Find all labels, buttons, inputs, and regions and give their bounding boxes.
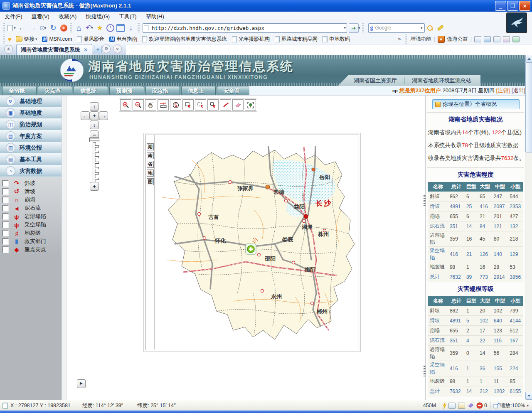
map-tab-char[interactable]: 地 [147,170,154,177]
tools-circle-button[interactable]: ⚙ [102,44,111,53]
taskbar-edge[interactable] [0,411,532,413]
go-dropdown[interactable]: ▾ [358,26,360,30]
map-tab-char[interactable]: 省 [147,161,154,168]
boost-lightning-icon[interactable] [442,402,447,409]
new-tab-plus-button[interactable]: + [94,46,102,53]
resize-page-icon[interactable] [493,403,500,408]
zoom-in-slider-button[interactable]: + [90,182,99,191]
sidebar-item-基础地质[interactable]: ▣基础地质 [0,107,62,119]
draw-redline-tool[interactable] [220,99,231,111]
sidebar-gutter[interactable] [62,96,66,400]
layer-checkbox[interactable] [2,188,9,195]
map-tab-char[interactable]: 南 [147,152,154,159]
nav-tab-信息上报[interactable]: 信息上报 [181,86,216,95]
menu-item[interactable]: 帮助(H) [141,13,169,20]
layer-checkbox[interactable] [2,205,9,211]
nav-tab-灾点查询[interactable]: 灾点查询 [38,86,72,95]
select-polygon-tool[interactable] [195,99,206,111]
layer-checkbox[interactable] [2,180,9,187]
sidebar-item-防治规划[interactable]: ◫防治规划 [0,119,62,130]
layer-checkbox[interactable] [2,230,9,236]
vertical-scrollbar[interactable] [525,55,532,400]
pan-down-button[interactable]: ↓ [90,120,99,129]
menu-item[interactable]: 查看(V) [27,13,54,20]
close-button[interactable]: × [519,1,530,11]
select-rect-tool[interactable] [182,99,194,111]
zoom-slider-handle[interactable] [89,137,99,142]
pan-up-button[interactable]: ↑ [90,102,99,111]
stop-button[interactable]: × [59,23,69,33]
link-item[interactable]: 光年摄影机构 [229,36,272,43]
menu-item[interactable]: 文件(F) [0,13,27,20]
download-button[interactable]: ↓ [126,23,136,33]
history-dropdown-button[interactable]: ⊙▾ [38,23,48,33]
pen-tools-icon[interactable] [503,36,510,42]
forward-button[interactable]: → [27,23,37,33]
link-item[interactable]: 链接▾ [13,36,40,43]
minimize-button[interactable]: _ [495,1,506,11]
select-circle-tool[interactable] [207,99,219,111]
search-dropdown[interactable]: ▾ [421,26,423,30]
link-item[interactable]: 欢迎登陆湖南省地质灾害信息系统 [140,36,229,43]
sidebar-item-灾害数据[interactable]: ◔灾害数据 [0,165,62,177]
blocked-popup-clock-icon[interactable] [476,402,483,409]
eraser-tool[interactable] [232,99,244,111]
pan-right-button[interactable]: → [99,111,108,120]
link-item[interactable]: 暴风影音 [74,36,107,43]
favorites-heart-icon[interactable]: ♥ [8,36,12,43]
new-window-icon[interactable] [458,403,465,409]
map-tab-char[interactable]: 图 [147,178,154,185]
popup-filter-icon[interactable] [448,403,456,409]
layer-checkbox[interactable] [2,246,9,253]
magic-fill-button[interactable]: ★ [95,23,105,33]
maxthon-charity-link[interactable]: 傲游公益 [447,36,468,43]
search-button[interactable] [425,23,435,33]
measure-area-tool[interactable]: S [170,99,181,111]
pan-left-button[interactable]: ← [81,111,90,120]
menu-item[interactable]: 工具(T) [114,13,141,20]
map-tab-char[interactable]: 湖 [147,143,154,150]
panel-collapse-arrow-button[interactable]: ► [77,379,86,388]
link-item[interactable]: MMSN.com [39,36,74,42]
back-button[interactable]: ← [17,23,27,33]
zoom-dropdown[interactable]: ▾ [527,403,529,408]
toolbar-grip[interactable] [3,23,5,32]
layer-checkbox[interactable] [2,221,9,228]
layer-checkbox[interactable] [2,213,9,220]
address-bar[interactable]: ▾ [143,23,347,33]
window-list-button[interactable] [116,23,126,33]
address-input[interactable] [151,25,345,32]
scroll-down-button[interactable] [525,392,532,400]
link-dropdown-icon[interactable]: ▾ [35,37,37,41]
linksbar-grip[interactable] [3,34,5,44]
exit-link[interactable]: [退出] [512,87,525,94]
scroll-up-button[interactable] [525,55,532,63]
maximize-button[interactable]: ❐ [507,1,518,11]
full-extent-tool[interactable] [245,99,256,111]
tab-close-icon[interactable]: ✕ [84,47,88,53]
search-box[interactable]: g Google ▾ [368,23,425,33]
highlight-button[interactable] [436,23,446,33]
close-circle-button[interactable]: × [113,44,122,53]
undo-button[interactable]: ↶▾ [84,23,94,33]
link-item[interactable]: 中地数码 [320,36,352,43]
layer-checkbox[interactable] [2,238,9,245]
zoom-out-tool[interactable] [133,99,144,111]
enhance-features-link[interactable]: 增强功能 [411,36,431,43]
history-clock-button[interactable] [105,23,115,33]
sidebar-item-环境公报[interactable]: ▥环境公报 [0,142,62,154]
pan-tool[interactable] [145,99,156,111]
layer-checkbox[interactable] [2,197,9,203]
nav-tab-安全管理[interactable]: 安全管理 [217,86,251,95]
address-dropdown[interactable]: ▾ [344,26,346,30]
skin-icon[interactable] [512,36,520,42]
notes-icon[interactable] [493,36,500,42]
menu-item[interactable]: 快捷组(G) [81,13,114,20]
map-canvas[interactable]: 张家界常德岳阳益阳长沙吉首湘潭株州怀化娄底邵阳衡阳永州郴州 [154,135,359,349]
tab-star-button[interactable]: ★ [4,45,13,54]
link-item[interactable]: M电台指南 [107,36,140,43]
scrollbar-thumb[interactable] [525,62,532,152]
window-tool-icon[interactable] [484,36,491,42]
menu-item[interactable]: 收藏(A) [54,13,81,20]
pan-center-button[interactable]: + [90,111,99,120]
